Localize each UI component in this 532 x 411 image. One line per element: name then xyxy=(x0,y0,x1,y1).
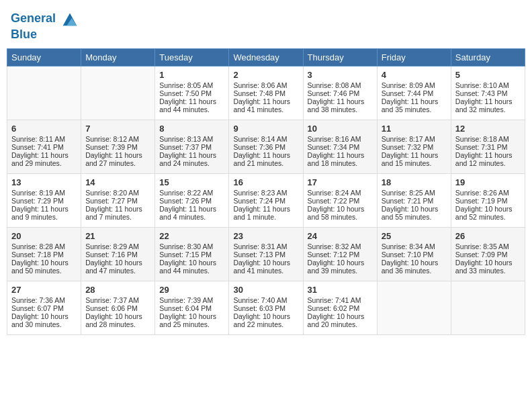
sunset-text: Sunset: 7:39 PM xyxy=(85,143,150,151)
calendar-cell: 26Sunrise: 8:35 AMSunset: 7:09 PMDayligh… xyxy=(451,227,525,281)
sunrise-text: Sunrise: 8:14 AM xyxy=(233,135,298,143)
day-number: 28 xyxy=(85,285,150,295)
sunrise-text: Sunrise: 8:31 AM xyxy=(233,242,298,250)
calendar-cell: 29Sunrise: 7:39 AMSunset: 6:04 PMDayligh… xyxy=(155,281,229,334)
calendar-cell: 20Sunrise: 8:28 AMSunset: 7:18 PMDayligh… xyxy=(7,227,81,281)
day-number: 11 xyxy=(382,124,447,134)
calendar-cell: 28Sunrise: 7:37 AMSunset: 6:06 PMDayligh… xyxy=(81,281,155,334)
day-number: 27 xyxy=(11,285,77,295)
calendar-cell: 9Sunrise: 8:14 AMSunset: 7:36 PMDaylight… xyxy=(229,120,303,173)
sunset-text: Sunset: 7:21 PM xyxy=(382,197,447,205)
day-number: 5 xyxy=(455,70,521,80)
calendar-cell: 23Sunrise: 8:31 AMSunset: 7:13 PMDayligh… xyxy=(229,227,303,281)
week-row-5: 27Sunrise: 7:36 AMSunset: 6:07 PMDayligh… xyxy=(7,281,525,334)
col-header-wednesday: Wednesday xyxy=(229,48,303,66)
day-number: 9 xyxy=(233,124,298,134)
week-row-2: 6Sunrise: 8:11 AMSunset: 7:41 PMDaylight… xyxy=(7,120,525,173)
daylight-text: Daylight: 10 hours and 44 minutes. xyxy=(159,259,224,275)
day-number: 21 xyxy=(85,231,150,241)
daylight-text: Daylight: 10 hours and 33 minutes. xyxy=(455,259,521,275)
day-number: 2 xyxy=(233,70,298,80)
daylight-text: Daylight: 10 hours and 41 minutes. xyxy=(233,259,298,275)
sunset-text: Sunset: 7:44 PM xyxy=(382,89,447,97)
daylight-text: Daylight: 10 hours and 20 minutes. xyxy=(308,312,373,328)
daylight-text: Daylight: 10 hours and 39 minutes. xyxy=(308,259,373,275)
col-header-sunday: Sunday xyxy=(7,48,81,66)
day-number: 18 xyxy=(382,177,447,187)
sunrise-text: Sunrise: 8:23 AM xyxy=(233,189,298,197)
sunset-text: Sunset: 7:10 PM xyxy=(382,250,447,259)
calendar-cell: 27Sunrise: 7:36 AMSunset: 6:07 PMDayligh… xyxy=(7,281,81,334)
daylight-text: Daylight: 10 hours and 47 minutes. xyxy=(85,259,150,275)
calendar-cell: 21Sunrise: 8:29 AMSunset: 7:16 PMDayligh… xyxy=(81,227,155,281)
sunrise-text: Sunrise: 8:09 AM xyxy=(382,81,447,89)
sunset-text: Sunset: 7:19 PM xyxy=(455,197,521,205)
daylight-text: Daylight: 11 hours and 7 minutes. xyxy=(85,205,150,221)
sunset-text: Sunset: 7:16 PM xyxy=(85,250,150,259)
calendar-cell xyxy=(81,66,155,120)
sunset-text: Sunset: 6:04 PM xyxy=(159,304,224,312)
sunset-text: Sunset: 7:27 PM xyxy=(85,197,150,205)
calendar-cell xyxy=(377,281,451,334)
day-number: 29 xyxy=(159,285,224,295)
calendar-cell: 3Sunrise: 8:08 AMSunset: 7:46 PMDaylight… xyxy=(303,66,377,120)
sunrise-text: Sunrise: 8:25 AM xyxy=(382,189,447,197)
day-number: 14 xyxy=(85,177,150,187)
sunrise-text: Sunrise: 8:24 AM xyxy=(308,189,373,197)
sunrise-text: Sunrise: 8:30 AM xyxy=(159,242,224,250)
daylight-text: Daylight: 10 hours and 30 minutes. xyxy=(11,312,77,328)
logo-blue: Blue xyxy=(11,28,79,42)
col-header-saturday: Saturday xyxy=(451,48,525,66)
sunset-text: Sunset: 7:13 PM xyxy=(233,250,298,259)
sunrise-text: Sunrise: 8:26 AM xyxy=(455,189,521,197)
daylight-text: Daylight: 10 hours and 52 minutes. xyxy=(455,205,521,221)
day-number: 24 xyxy=(308,231,373,241)
day-number: 22 xyxy=(159,231,224,241)
sunrise-text: Sunrise: 7:39 AM xyxy=(159,296,224,304)
sunset-text: Sunset: 7:43 PM xyxy=(455,89,521,97)
daylight-text: Daylight: 11 hours and 41 minutes. xyxy=(233,97,298,113)
sunset-text: Sunset: 7:34 PM xyxy=(308,143,373,151)
calendar-table: SundayMondayTuesdayWednesdayThursdayFrid… xyxy=(7,48,525,335)
sunset-text: Sunset: 6:03 PM xyxy=(233,304,298,312)
calendar-cell: 31Sunrise: 7:41 AMSunset: 6:02 PMDayligh… xyxy=(303,281,377,334)
day-number: 6 xyxy=(11,124,77,134)
day-number: 8 xyxy=(159,124,224,134)
sunset-text: Sunset: 6:06 PM xyxy=(85,304,150,312)
day-number: 19 xyxy=(455,177,521,187)
daylight-text: Daylight: 10 hours and 36 minutes. xyxy=(382,259,447,275)
col-header-monday: Monday xyxy=(81,48,155,66)
sunset-text: Sunset: 7:48 PM xyxy=(233,89,298,97)
col-header-tuesday: Tuesday xyxy=(155,48,229,66)
sunrise-text: Sunrise: 7:36 AM xyxy=(11,296,77,304)
calendar-cell: 1Sunrise: 8:05 AMSunset: 7:50 PMDaylight… xyxy=(155,66,229,120)
daylight-text: Daylight: 11 hours and 44 minutes. xyxy=(159,97,224,113)
calendar-cell: 24Sunrise: 8:32 AMSunset: 7:12 PMDayligh… xyxy=(303,227,377,281)
sunrise-text: Sunrise: 8:10 AM xyxy=(455,81,521,89)
daylight-text: Daylight: 11 hours and 24 minutes. xyxy=(159,151,224,167)
sunset-text: Sunset: 7:41 PM xyxy=(11,143,77,151)
sunrise-text: Sunrise: 8:34 AM xyxy=(382,242,447,250)
sunrise-text: Sunrise: 8:17 AM xyxy=(382,135,447,143)
calendar-cell xyxy=(451,281,525,334)
sunrise-text: Sunrise: 7:41 AM xyxy=(308,296,373,304)
calendar-cell: 18Sunrise: 8:25 AMSunset: 7:21 PMDayligh… xyxy=(377,173,451,227)
sunset-text: Sunset: 7:50 PM xyxy=(159,89,224,97)
daylight-text: Daylight: 11 hours and 1 minute. xyxy=(233,205,298,221)
sunset-text: Sunset: 7:32 PM xyxy=(382,143,447,151)
daylight-text: Daylight: 11 hours and 35 minutes. xyxy=(382,97,447,113)
calendar-cell: 8Sunrise: 8:13 AMSunset: 7:37 PMDaylight… xyxy=(155,120,229,173)
sunrise-text: Sunrise: 8:12 AM xyxy=(85,135,150,143)
daylight-text: Daylight: 10 hours and 55 minutes. xyxy=(382,205,447,221)
sunrise-text: Sunrise: 8:29 AM xyxy=(85,242,150,250)
day-header-row: SundayMondayTuesdayWednesdayThursdayFrid… xyxy=(7,48,525,66)
page-header: General Blue xyxy=(7,7,525,44)
daylight-text: Daylight: 10 hours and 28 minutes. xyxy=(85,312,150,328)
sunrise-text: Sunrise: 8:20 AM xyxy=(85,189,150,197)
day-number: 13 xyxy=(11,177,77,187)
day-number: 17 xyxy=(308,177,373,187)
sunrise-text: Sunrise: 7:37 AM xyxy=(85,296,150,304)
day-number: 31 xyxy=(308,285,373,295)
sunset-text: Sunset: 7:36 PM xyxy=(233,143,298,151)
daylight-text: Daylight: 11 hours and 18 minutes. xyxy=(308,151,373,167)
